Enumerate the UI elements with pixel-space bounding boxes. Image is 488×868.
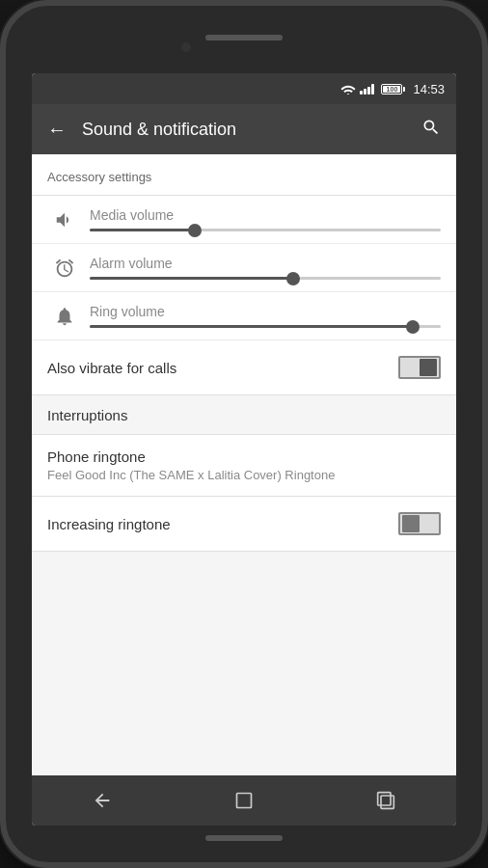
notification-icon	[43, 440, 59, 455]
ring-volume-slider[interactable]	[90, 325, 441, 328]
ring-volume-content: Ring volume	[90, 304, 441, 328]
vibrate-label: Also vibrate for calls	[47, 360, 176, 376]
alarm-icon	[47, 258, 82, 279]
phone-ringtone-title: Phone ringtone	[47, 448, 441, 465]
alarm-volume-slider[interactable]	[90, 277, 441, 280]
alarm-volume-label: Alarm volume	[90, 256, 441, 271]
status-time: 14:53	[413, 82, 445, 96]
section-header: Accessory settings	[32, 154, 456, 196]
vibrate-toggle-row[interactable]: Also vibrate for calls	[32, 340, 456, 395]
back-button[interactable]: ←	[47, 119, 67, 141]
nav-recents-button[interactable]	[357, 781, 415, 820]
signal-bars	[360, 83, 374, 95]
increasing-ringtone-label: Increasing ringtone	[47, 516, 171, 532]
nav-back-icon	[92, 790, 113, 811]
phone-ringtone-item[interactable]: Phone ringtone Feel Good Inc (The SAME x…	[32, 435, 456, 497]
bottom-nav	[32, 775, 456, 826]
phone-ringtone-subtitle: Feel Good Inc (The SAME x Lalitia Cover)…	[47, 468, 441, 482]
content-area: Accessory settings Media volume	[32, 154, 456, 775]
ring-volume-label: Ring volume	[90, 304, 441, 319]
ring-volume-item: Ring volume	[32, 292, 456, 340]
section-header-text: Accessory settings	[47, 170, 151, 184]
phone-screen: 100 14:53 ← Sound & notification Accesso…	[32, 73, 456, 826]
ring-volume-thumb[interactable]	[406, 320, 420, 334]
camera-dot	[181, 42, 191, 52]
vibrate-toggle[interactable]	[398, 356, 441, 379]
search-button[interactable]	[421, 118, 441, 142]
increasing-ringtone-row[interactable]: Increasing ringtone	[32, 497, 456, 552]
alarm-volume-item: Alarm volume	[32, 244, 456, 292]
interruptions-label: Interruptions	[47, 407, 127, 423]
wifi-icon	[340, 83, 356, 95]
phone-frame: 100 14:53 ← Sound & notification Accesso…	[0, 0, 488, 868]
status-bar: 100 14:53	[32, 73, 456, 104]
svg-rect-1	[377, 793, 390, 805]
media-volume-content: Media volume	[90, 207, 441, 231]
media-volume-label: Media volume	[90, 207, 441, 223]
speaker-top	[205, 35, 283, 41]
increasing-ringtone-thumb	[402, 515, 420, 532]
nav-home-icon	[234, 791, 254, 810]
interruptions-header: Interruptions	[32, 395, 456, 435]
nav-home-button[interactable]	[215, 781, 273, 820]
speaker-icon	[47, 209, 82, 231]
bell-icon	[47, 306, 82, 327]
media-volume-fill	[90, 229, 195, 231]
nav-back-button[interactable]	[73, 781, 131, 820]
app-bar: ← Sound & notification	[32, 104, 456, 154]
speaker-bottom	[205, 835, 283, 841]
media-volume-slider[interactable]	[90, 229, 441, 231]
ring-volume-fill	[90, 325, 413, 328]
alarm-volume-fill	[90, 277, 293, 280]
page-title: Sound & notification	[82, 120, 421, 140]
alarm-volume-content: Alarm volume	[90, 256, 441, 280]
status-icons: 100 14:53	[340, 82, 445, 96]
search-icon	[421, 118, 441, 137]
svg-rect-0	[236, 794, 251, 808]
increasing-ringtone-toggle[interactable]	[398, 512, 441, 535]
media-volume-thumb[interactable]	[188, 224, 202, 237]
battery-icon: 100	[381, 84, 405, 95]
media-volume-item: Media volume	[32, 196, 456, 244]
nav-recents-icon	[376, 791, 395, 810]
svg-rect-2	[381, 796, 393, 808]
alarm-volume-thumb[interactable]	[286, 272, 300, 285]
vibrate-toggle-thumb	[420, 359, 437, 376]
